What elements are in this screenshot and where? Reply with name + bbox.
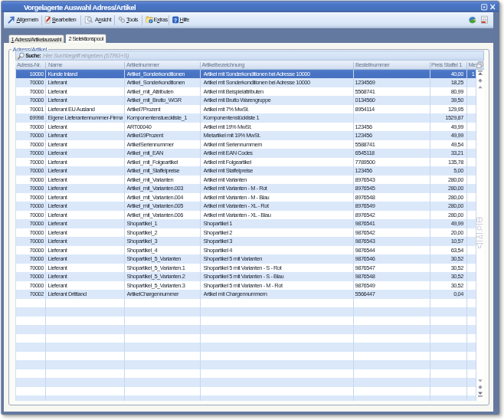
svg-text:?: ? (174, 18, 177, 23)
